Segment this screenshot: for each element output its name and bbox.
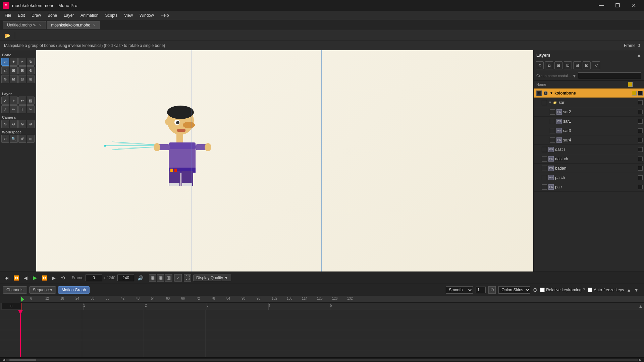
maximize-button[interactable]: ❐ xyxy=(610,0,625,11)
relative-keyframing-checkbox[interactable] xyxy=(540,288,545,292)
layer-expand-kolombone[interactable]: ▼ xyxy=(550,91,553,95)
onion-skins-select[interactable]: Onion Skins 2 Frames 3 Frames xyxy=(498,286,530,294)
layer-item-sar3[interactable]: PS sar3 xyxy=(534,126,644,135)
layer-check-sar[interactable] xyxy=(638,100,643,105)
layer-item-pa-ch[interactable]: PS pa ch xyxy=(534,173,644,182)
layer-check-sar4[interactable] xyxy=(638,138,643,142)
view-mode-3[interactable]: ▥ xyxy=(165,274,172,282)
smooth-select[interactable]: Smooth Linear Step Ease In Ease Out xyxy=(446,286,473,294)
menu-help[interactable]: Help xyxy=(157,11,172,20)
menu-edit[interactable]: Edit xyxy=(14,11,28,20)
menu-view[interactable]: View xyxy=(121,11,136,20)
smooth-mode-button[interactable]: ⊙ xyxy=(488,286,496,294)
tab-channels[interactable]: Channels xyxy=(3,286,27,294)
layer-vis-pa-r[interactable] xyxy=(542,184,547,190)
menu-file[interactable]: File xyxy=(1,11,14,20)
layer-item-sar2[interactable]: PS sar2 xyxy=(534,107,644,117)
layer-vis-sar[interactable] xyxy=(542,100,547,105)
tl-scroll-thumb[interactable] xyxy=(9,359,36,361)
bone-tool-2[interactable]: ✦ xyxy=(10,58,17,66)
layer-check-kolombone[interactable] xyxy=(638,91,643,96)
bone-tool-1[interactable]: ⊕ xyxy=(1,58,9,66)
tab-close-moshkelekolom[interactable]: ✕ xyxy=(93,23,96,27)
layers-tb-btn-4[interactable]: ⊡ xyxy=(564,61,572,69)
layer-item-badan[interactable]: PS badan xyxy=(534,164,644,173)
camera-tool-1[interactable]: ⊕ xyxy=(1,120,9,128)
display-quality-button[interactable]: Display Quality ▼ xyxy=(193,275,231,281)
layer-vis-sar3[interactable] xyxy=(550,128,555,133)
fast-forward-button[interactable]: ⏩ xyxy=(40,274,48,282)
layer-vis-kolombone[interactable]: 👁 xyxy=(536,90,542,96)
layer-item-pa-r[interactable]: PS pa r xyxy=(534,182,644,192)
camera-tool-2[interactable]: ⊙ xyxy=(10,120,17,128)
onion-skins-toggle[interactable]: ⊙ xyxy=(533,287,537,293)
layers-tb-btn-7[interactable]: ▽ xyxy=(592,61,600,69)
layer-item-sar4[interactable]: PS sar4 xyxy=(534,135,644,145)
fullscreen-button[interactable]: ⛶ xyxy=(184,274,191,282)
layers-tb-btn-2[interactable]: ⧉ xyxy=(545,61,553,69)
layer-check-sar3[interactable] xyxy=(638,128,643,133)
layer-vis-sar4[interactable] xyxy=(550,137,555,143)
layers-collapse-button[interactable]: ▲ xyxy=(637,52,641,58)
layer-tool-2[interactable]: + xyxy=(10,97,17,105)
bone-tool-12[interactable]: ⊞ xyxy=(27,75,35,83)
bone-tool-11[interactable]: ⊡ xyxy=(18,75,26,83)
workspace-tool-1[interactable]: ⊕ xyxy=(1,135,9,143)
current-frame-input[interactable] xyxy=(86,275,102,281)
layer-tool-7[interactable]: T xyxy=(18,105,26,113)
layer-tool-5[interactable]: ⤢ xyxy=(1,105,9,113)
layers-tb-btn-6[interactable]: ⊠ xyxy=(583,61,591,69)
layer-tool-1[interactable]: ⤢ xyxy=(1,97,9,105)
layer-check-badan[interactable] xyxy=(638,166,643,171)
layer-vis-dast-ch[interactable] xyxy=(542,156,547,162)
layer-expand-sar[interactable]: ▼ xyxy=(548,101,552,104)
layer-tool-8[interactable]: ✂ xyxy=(27,105,35,113)
layer-vis-sar2[interactable] xyxy=(550,109,555,115)
tl-scroll-left[interactable]: ◀ xyxy=(1,358,6,362)
layers-tb-btn-5[interactable]: ⊟ xyxy=(573,61,581,69)
menu-draw[interactable]: Draw xyxy=(28,11,44,20)
menu-window[interactable]: Window xyxy=(136,11,157,20)
layer-check-dast-r[interactable] xyxy=(638,147,643,152)
tab-untitled[interactable]: Untitled.moho ✎ ✕ xyxy=(3,21,46,29)
layers-tb-btn-1[interactable]: ⟲ xyxy=(536,61,544,69)
workspace-tool-4[interactable]: ⊞ xyxy=(27,135,35,143)
bone-tool-6[interactable]: ⊞ xyxy=(10,66,17,74)
close-button[interactable]: ✕ xyxy=(626,0,641,11)
layer-item-dast-ch[interactable]: PS dast ch xyxy=(534,154,644,164)
smooth-value-input[interactable] xyxy=(476,287,486,293)
bone-extra-btn[interactable] xyxy=(2,84,7,90)
layer-check-sar1[interactable] xyxy=(638,119,643,124)
timeline-down-button[interactable]: ▼ xyxy=(634,287,639,293)
view-mode-1[interactable]: ▦ xyxy=(149,274,156,282)
layer-check-pa-r[interactable] xyxy=(638,185,643,189)
minimize-button[interactable]: — xyxy=(594,0,609,11)
menu-scripts[interactable]: Scripts xyxy=(102,11,121,20)
go-to-start-button[interactable]: ⏮ xyxy=(3,274,11,282)
prev-keyframe-button[interactable]: ◀ xyxy=(21,274,30,282)
layer-tool-6[interactable]: ✏ xyxy=(10,105,17,113)
layer-check-sar2[interactable] xyxy=(638,110,643,114)
tab-moshkelekolom[interactable]: moshkelekolom.moho ✕ xyxy=(47,21,100,29)
toolbar-open-button[interactable]: 📂 xyxy=(3,31,12,40)
checkmark-button[interactable]: ✓ xyxy=(174,274,182,282)
menu-animation[interactable]: Animation xyxy=(77,11,102,20)
menu-layer[interactable]: Layer xyxy=(60,11,77,20)
camera-tool-4[interactable]: ⊛ xyxy=(27,120,35,128)
next-keyframe-button[interactable]: ▶ xyxy=(50,274,58,282)
bone-tool-10[interactable]: ⊠ xyxy=(10,75,17,83)
bone-tool-7[interactable]: ⊟ xyxy=(18,66,26,74)
layer-item-dast-r[interactable]: PS dast r xyxy=(534,145,644,154)
group-filter-input[interactable] xyxy=(578,72,641,79)
play-button[interactable]: ▶ xyxy=(31,274,39,282)
menu-bone[interactable]: Bone xyxy=(44,11,60,20)
loop-button[interactable]: ⟲ xyxy=(59,274,67,282)
layer-vis-badan[interactable] xyxy=(542,166,547,171)
layer-vis-pa-ch[interactable] xyxy=(542,175,547,180)
relative-keyframing-info[interactable]: ? xyxy=(583,288,585,292)
tl-scroll-right[interactable]: ▶ xyxy=(638,358,643,362)
tab-motion-graph[interactable]: Motion Graph xyxy=(58,286,90,294)
bone-tool-9[interactable]: ⊕ xyxy=(1,75,9,83)
view-mode-2[interactable]: ▦ xyxy=(157,274,164,282)
bone-tool-5[interactable]: ⇄ xyxy=(1,66,9,74)
